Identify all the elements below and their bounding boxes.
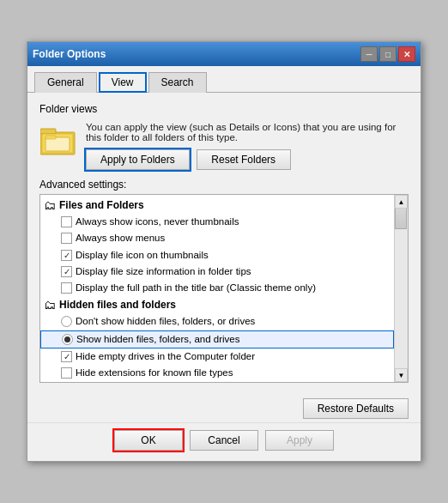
- scrollbar-arrow-down[interactable]: ▼: [395, 368, 408, 382]
- folder-section-icon: 🗂: [44, 198, 56, 212]
- list-item-always-show-menus[interactable]: Always show menus: [40, 230, 394, 246]
- svg-rect-3: [45, 137, 70, 151]
- apply-to-folders-button[interactable]: Apply to Folders: [86, 149, 190, 170]
- scrollbar-track[interactable]: ▼ ▲: [394, 195, 408, 382]
- tab-bar: General View Search: [27, 66, 421, 93]
- minimize-button[interactable]: ─: [360, 46, 378, 62]
- section-hidden-files: 🗂 Hidden files and folders: [40, 296, 394, 313]
- svg-rect-1: [40, 129, 56, 134]
- title-bar: Folder Options ─ □ ✕: [27, 42, 421, 66]
- radio-dont-show-hidden[interactable]: [61, 316, 72, 327]
- ok-button[interactable]: OK: [114, 430, 183, 451]
- radio-show-hidden[interactable]: [62, 334, 73, 345]
- scrollbar-arrow-up[interactable]: ▲: [395, 195, 408, 209]
- tab-general[interactable]: General: [34, 72, 97, 93]
- label-always-show-menus: Always show menus: [76, 231, 165, 245]
- folder-views-section: Folder views You can apply the view (suc…: [39, 103, 409, 170]
- checkbox-display-file-size[interactable]: [61, 266, 72, 277]
- folder-views-buttons: Apply to Folders Reset Folders: [86, 149, 409, 170]
- list-item-hide-protected[interactable]: Hide protected operating system files (R…: [40, 381, 394, 382]
- settings-list-container: 🗂 Files and Folders Always show icons, n…: [39, 194, 409, 383]
- list-item-display-file-icon[interactable]: Display file icon on thumbnails: [40, 247, 394, 264]
- cancel-button[interactable]: Cancel: [190, 430, 258, 451]
- folder-views-label: Folder views: [39, 103, 409, 115]
- folder-views-right: You can apply the view (such as Details …: [86, 122, 409, 170]
- folder-icon: [39, 122, 77, 160]
- tab-content-view: Folder views You can apply the view (suc…: [27, 93, 421, 393]
- hidden-files-section-icon: 🗂: [44, 298, 56, 312]
- folder-views-body: You can apply the view (such as Details …: [39, 122, 409, 170]
- svg-rect-4: [45, 136, 56, 139]
- label-display-file-size: Display file size information in folder …: [76, 264, 251, 279]
- dialog-title: Folder Options: [33, 48, 106, 60]
- label-hide-empty-drives: Hide empty drives in the Computer folder: [76, 349, 255, 364]
- dialog-footer: OK Cancel Apply: [27, 422, 421, 461]
- list-item-show-hidden[interactable]: Show hidden files, folders, and drives: [40, 330, 394, 348]
- label-hide-extensions: Hide extensions for known file types: [76, 366, 233, 380]
- folder-views-description: You can apply the view (such as Details …: [86, 122, 409, 142]
- title-bar-controls: ─ □ ✕: [360, 46, 415, 62]
- checkbox-display-full-path[interactable]: [61, 282, 72, 294]
- checkbox-hide-empty-drives[interactable]: [61, 351, 72, 362]
- tab-search[interactable]: Search: [148, 72, 207, 93]
- folder-svg: [40, 125, 76, 156]
- checkbox-always-show-menus[interactable]: [61, 233, 72, 244]
- restore-section: Restore Defaults: [27, 393, 421, 422]
- list-item-dont-show-hidden[interactable]: Don't show hidden files, folders, or dri…: [40, 313, 394, 330]
- close-button[interactable]: ✕: [398, 46, 415, 62]
- checkbox-always-show-icons[interactable]: [61, 216, 72, 227]
- label-display-file-icon: Display file icon on thumbnails: [76, 248, 209, 263]
- label-dont-show-hidden: Don't show hidden files, folders, or dri…: [76, 314, 255, 329]
- list-item-hide-extensions[interactable]: Hide extensions for known file types: [40, 365, 394, 381]
- scrollbar-arrows: ▼: [395, 368, 408, 382]
- reset-folders-button[interactable]: Reset Folders: [197, 149, 291, 170]
- label-show-hidden: Show hidden files, folders, and drives: [76, 332, 240, 347]
- folder-options-dialog: Folder Options ─ □ ✕ General View Search…: [27, 41, 421, 462]
- label-always-show-icons: Always show icons, never thumbnails: [76, 215, 239, 229]
- list-item-display-file-size[interactable]: Display file size information in folder …: [40, 264, 394, 280]
- list-item-always-show-icons[interactable]: Always show icons, never thumbnails: [40, 214, 394, 230]
- label-display-full-path: Display the full path in the title bar (…: [76, 281, 316, 295]
- checkbox-hide-extensions[interactable]: [61, 367, 72, 379]
- list-item-display-full-path[interactable]: Display the full path in the title bar (…: [40, 280, 394, 296]
- apply-button[interactable]: Apply: [265, 430, 334, 451]
- section-hidden-files-label: Hidden files and folders: [59, 299, 176, 311]
- section-files-folders-label: Files and Folders: [59, 199, 144, 211]
- checkbox-display-file-icon[interactable]: [61, 250, 72, 261]
- list-item-hide-empty-drives[interactable]: Hide empty drives in the Computer folder: [40, 348, 394, 365]
- restore-defaults-button[interactable]: Restore Defaults: [303, 398, 409, 419]
- maximize-button[interactable]: □: [379, 46, 397, 62]
- advanced-settings-label: Advanced settings:: [39, 179, 409, 191]
- tab-view[interactable]: View: [99, 72, 147, 93]
- settings-list[interactable]: 🗂 Files and Folders Always show icons, n…: [40, 195, 394, 382]
- section-files-folders: 🗂 Files and Folders: [40, 197, 394, 214]
